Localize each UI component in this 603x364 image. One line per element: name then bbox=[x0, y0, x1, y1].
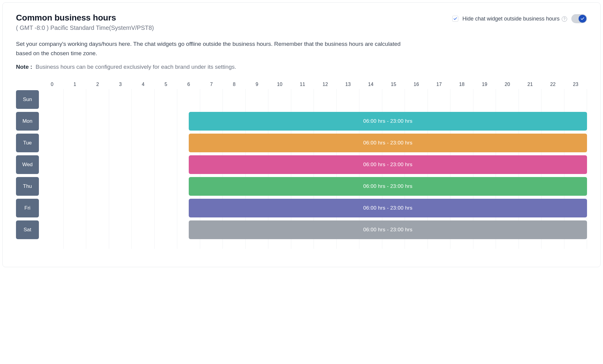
hour-tick: 1 bbox=[64, 82, 87, 89]
day-label[interactable]: Fri bbox=[16, 199, 39, 217]
day-label[interactable]: Sun bbox=[16, 90, 39, 109]
hour-tick: 17 bbox=[428, 82, 451, 89]
day-label[interactable]: Thu bbox=[16, 177, 39, 196]
hide-widget-toggle[interactable] bbox=[571, 14, 587, 23]
business-hours-panel: Common business hours ( GMT -8:0 ) Pacif… bbox=[2, 2, 601, 267]
hour-tick: 6 bbox=[177, 82, 200, 89]
hour-tick: 7 bbox=[200, 82, 223, 89]
note-line: Note : Business hours can be configured … bbox=[16, 64, 587, 70]
check-icon bbox=[580, 17, 585, 21]
hour-tick: 20 bbox=[496, 82, 519, 89]
hour-tick: 18 bbox=[450, 82, 473, 89]
day-rows: SunMon06:00 hrs - 23:00 hrsTue06:00 hrs … bbox=[41, 89, 587, 249]
day-row: Fri06:00 hrs - 23:00 hrs bbox=[41, 199, 587, 219]
hour-tick: 19 bbox=[473, 82, 496, 89]
hour-tick: 2 bbox=[86, 82, 109, 89]
hour-tick: 11 bbox=[291, 82, 314, 89]
note-text: Business hours can be configured exclusi… bbox=[36, 64, 236, 70]
hours-axis: 01234567891011121314151617181920212223 bbox=[41, 82, 587, 89]
day-row: Tue06:00 hrs - 23:00 hrs bbox=[41, 134, 587, 154]
note-label: Note : bbox=[16, 64, 32, 70]
hide-widget-label: Hide chat widget outside business hours … bbox=[463, 16, 567, 22]
timezone-label: ( GMT -8:0 ) Pacific Standard Time(Syste… bbox=[16, 24, 154, 31]
hide-widget-control: Hide chat widget outside business hours … bbox=[452, 13, 587, 23]
hours-bar[interactable]: 06:00 hrs - 23:00 hrs bbox=[189, 134, 587, 152]
hour-tick: 8 bbox=[223, 82, 246, 89]
hour-tick: 4 bbox=[132, 82, 155, 89]
hide-widget-checkbox[interactable] bbox=[452, 16, 458, 22]
hour-tick: 22 bbox=[541, 82, 564, 89]
day-row: Mon06:00 hrs - 23:00 hrs bbox=[41, 112, 587, 132]
day-label[interactable]: Tue bbox=[16, 134, 39, 152]
title-block: Common business hours ( GMT -8:0 ) Pacif… bbox=[16, 13, 154, 31]
hour-tick: 0 bbox=[41, 82, 64, 89]
day-row: Wed06:00 hrs - 23:00 hrs bbox=[41, 155, 587, 175]
hours-bar[interactable]: 06:00 hrs - 23:00 hrs bbox=[189, 155, 587, 174]
hour-tick: 5 bbox=[155, 82, 178, 89]
day-row: Thu06:00 hrs - 23:00 hrs bbox=[41, 177, 587, 197]
hour-tick: 14 bbox=[359, 82, 382, 89]
timeline-track: SunMon06:00 hrs - 23:00 hrsTue06:00 hrs … bbox=[41, 89, 587, 249]
help-icon[interactable]: ? bbox=[562, 16, 567, 22]
hour-tick: 15 bbox=[382, 82, 405, 89]
header-row: Common business hours ( GMT -8:0 ) Pacif… bbox=[16, 13, 587, 31]
hour-tick: 10 bbox=[268, 82, 291, 89]
hours-bar[interactable]: 06:00 hrs - 23:00 hrs bbox=[189, 177, 587, 196]
day-row: Sun bbox=[41, 90, 587, 110]
hour-tick: 21 bbox=[519, 82, 542, 89]
hour-tick: 12 bbox=[314, 82, 337, 89]
day-label[interactable]: Sat bbox=[16, 220, 39, 239]
day-row: Sat06:00 hrs - 23:00 hrs bbox=[41, 220, 587, 240]
check-icon bbox=[453, 17, 457, 21]
hours-bar[interactable]: 06:00 hrs - 23:00 hrs bbox=[189, 112, 587, 131]
hours-grid: 01234567891011121314151617181920212223 S… bbox=[16, 82, 587, 249]
hours-bar[interactable]: 06:00 hrs - 23:00 hrs bbox=[189, 220, 587, 239]
toggle-knob bbox=[579, 15, 586, 23]
hour-tick: 9 bbox=[246, 82, 269, 89]
hours-bar[interactable]: 06:00 hrs - 23:00 hrs bbox=[189, 199, 587, 217]
day-label[interactable]: Wed bbox=[16, 155, 39, 174]
hour-tick: 3 bbox=[109, 82, 132, 89]
description-text: Set your company's working days/hours he… bbox=[16, 39, 414, 58]
hour-tick: 13 bbox=[337, 82, 360, 89]
page-title: Common business hours bbox=[16, 13, 154, 23]
day-label[interactable]: Mon bbox=[16, 112, 39, 131]
hour-tick: 16 bbox=[405, 82, 428, 89]
hour-tick: 23 bbox=[564, 82, 587, 89]
